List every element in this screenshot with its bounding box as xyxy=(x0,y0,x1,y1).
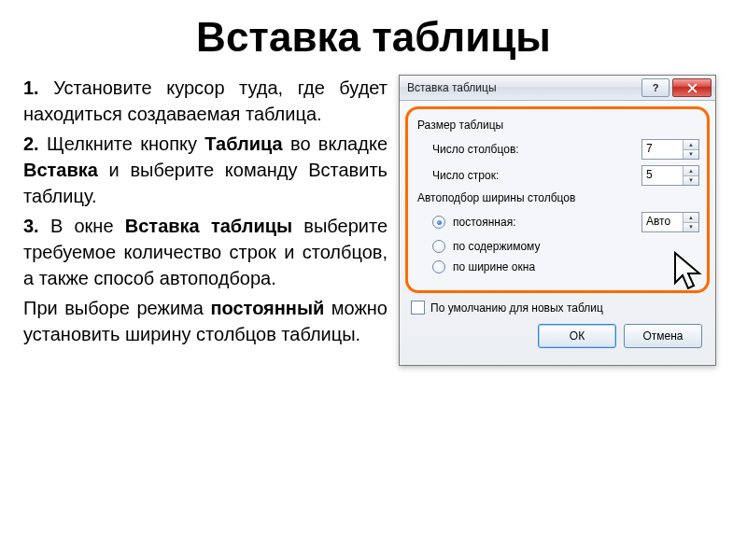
cancel-button[interactable]: Отмена xyxy=(624,324,702,348)
default-label: По умолчанию для новых таблиц xyxy=(430,301,603,315)
dialog-buttons: ОК Отмена xyxy=(405,324,710,357)
fixed-width-value[interactable]: Авто xyxy=(642,213,683,231)
instruction-text: 1. Установите курсор туда, где будет нах… xyxy=(23,75,388,366)
rows-label: Число строк: xyxy=(432,169,641,182)
section-size-label: Размер таблицы xyxy=(417,119,699,132)
columns-row: Число столбцов: 7 ▲ ▼ xyxy=(432,139,699,160)
radio-fixed-label: постоянная: xyxy=(453,216,641,229)
highlighted-options: Размер таблицы Число столбцов: 7 ▲ ▼ xyxy=(405,106,710,293)
columns-label: Число столбцов: xyxy=(432,143,641,156)
rows-value[interactable]: 5 xyxy=(642,166,683,185)
radio-window-row[interactable]: по ширине окна xyxy=(432,260,699,273)
radio-fixed[interactable] xyxy=(432,216,445,229)
dialog-screenshot: Вставка таблицы ? Размер таблицы Число с… xyxy=(399,75,716,366)
close-button[interactable] xyxy=(672,78,712,97)
rows-row: Число строк: 5 ▲ ▼ xyxy=(432,165,699,186)
step-num-1: 1. xyxy=(23,77,39,98)
step-num-3: 3. xyxy=(23,216,39,236)
radio-fixed-row[interactable]: постоянная: Авто ▲ ▼ xyxy=(432,212,699,232)
fixed-width-spinner[interactable]: Авто ▲ ▼ xyxy=(641,212,699,232)
insert-table-dialog: Вставка таблицы ? Размер таблицы Число с… xyxy=(399,75,716,366)
rows-spinner[interactable]: 5 ▲ ▼ xyxy=(641,165,699,186)
columns-down[interactable]: ▼ xyxy=(684,149,698,160)
fixed-up[interactable]: ▲ xyxy=(684,213,698,222)
slide: Вставка таблицы 1. Установите курсор туд… xyxy=(0,14,747,560)
radio-window-label: по ширине окна xyxy=(453,260,699,273)
section-autofit-label: Автоподбор ширины столбцов xyxy=(417,191,699,204)
rows-up[interactable]: ▲ xyxy=(684,166,698,175)
columns-up[interactable]: ▲ xyxy=(684,140,698,149)
radio-content[interactable] xyxy=(432,240,445,253)
step-num-2: 2. xyxy=(23,133,39,154)
help-button[interactable]: ? xyxy=(641,78,669,97)
columns-value[interactable]: 7 xyxy=(642,140,683,159)
radio-window[interactable] xyxy=(432,260,445,273)
columns-spinner[interactable]: 7 ▲ ▼ xyxy=(641,139,699,160)
radio-content-row[interactable]: по содержимому xyxy=(432,240,699,253)
default-checkbox[interactable] xyxy=(411,301,425,315)
dialog-title: Вставка таблицы xyxy=(407,81,639,94)
close-icon xyxy=(687,83,698,93)
ok-button[interactable]: ОК xyxy=(538,324,616,348)
dialog-titlebar[interactable]: Вставка таблицы ? xyxy=(400,76,715,101)
slide-title: Вставка таблицы xyxy=(0,14,747,61)
default-checkbox-row[interactable]: По умолчанию для новых таблиц xyxy=(411,301,704,315)
radio-content-label: по содержимому xyxy=(453,240,699,253)
rows-down[interactable]: ▼ xyxy=(684,175,698,186)
fixed-down[interactable]: ▼ xyxy=(684,222,698,232)
dialog-body: Размер таблицы Число столбцов: 7 ▲ ▼ xyxy=(400,101,715,365)
slide-content: 1. Установите курсор туда, где будет нах… xyxy=(0,75,747,366)
